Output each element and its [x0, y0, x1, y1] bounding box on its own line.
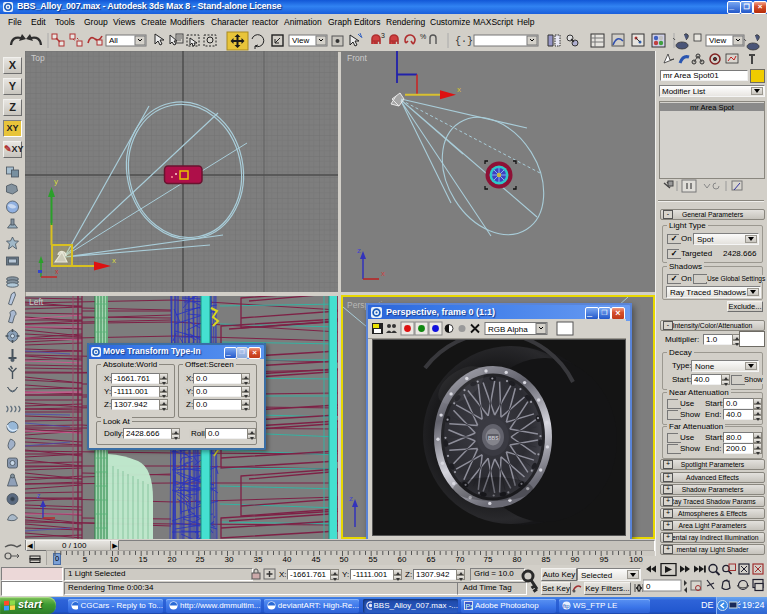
svg-text:25: 25 — [196, 555, 205, 564]
svg-text:10: 10 — [110, 555, 119, 564]
svg-text:90: 90 — [571, 555, 580, 564]
svg-text:100: 100 — [629, 555, 643, 564]
svg-text:65: 65 — [427, 555, 436, 564]
svg-text:{·}: {·} — [455, 36, 473, 47]
svg-text:Top: Top — [31, 53, 45, 63]
svg-text:z: z — [37, 492, 41, 499]
svg-text:x: x — [381, 269, 385, 278]
svg-text:0: 0 — [646, 582, 651, 591]
svg-text:70: 70 — [456, 555, 465, 564]
svg-text:RGB Alpha: RGB Alpha — [488, 325, 528, 334]
svg-text:View: View — [292, 36, 309, 45]
svg-text:Front: Front — [347, 53, 367, 63]
svg-text:%: % — [420, 33, 426, 40]
svg-text:All: All — [109, 36, 118, 45]
svg-text:ftp: ftp — [563, 603, 570, 609]
svg-text:3: 3 — [381, 32, 385, 39]
svg-text:z: z — [349, 494, 353, 503]
svg-text:15: 15 — [139, 555, 148, 564]
svg-text:BBS: BBS — [488, 435, 499, 441]
svg-text:5: 5 — [83, 555, 88, 564]
svg-text:Ps: Ps — [466, 603, 474, 610]
svg-text:View: View — [709, 36, 726, 45]
svg-text:75: 75 — [484, 555, 493, 564]
svg-text:x: x — [112, 256, 116, 265]
svg-text:x: x — [457, 85, 461, 94]
svg-text:35: 35 — [254, 555, 263, 564]
svg-text:x: x — [55, 268, 59, 275]
svg-text:30: 30 — [225, 555, 234, 564]
svg-text:y: y — [54, 177, 58, 186]
svg-text:95: 95 — [600, 555, 609, 564]
svg-text:z: z — [357, 246, 361, 255]
svg-text:85: 85 — [542, 555, 551, 564]
svg-text:20: 20 — [168, 555, 177, 564]
svg-text:80: 80 — [513, 555, 522, 564]
svg-text:60: 60 — [398, 555, 407, 564]
svg-text:45: 45 — [312, 555, 321, 564]
svg-text:40: 40 — [283, 555, 292, 564]
svg-text:55: 55 — [369, 555, 378, 564]
svg-text:Left: Left — [29, 297, 44, 307]
svg-text:50: 50 — [340, 555, 349, 564]
